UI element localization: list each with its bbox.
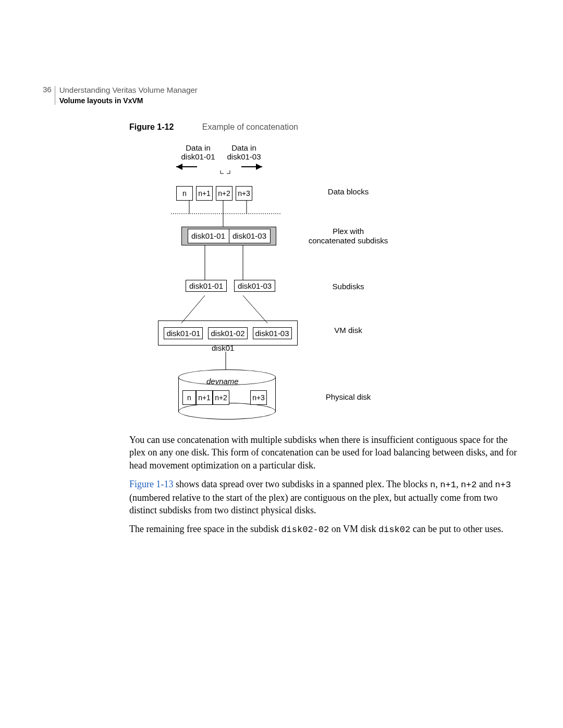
body-text: You can use concatenation with multiple … <box>129 434 525 542</box>
data-block: n+1 <box>196 186 213 201</box>
vmdisk-cell: disk01-02 <box>208 327 247 339</box>
code-run: n+2 <box>461 480 477 490</box>
svg-line-12 <box>243 295 267 323</box>
figure-label: Figure 1-12 <box>129 122 200 131</box>
paragraph-1: You can use concatenation with multiple … <box>129 434 525 472</box>
figure-title: Figure 1-12 Example of concatenation <box>129 122 298 132</box>
devname-label: devname <box>206 377 239 386</box>
text-run: can be put to other uses. <box>410 524 503 534</box>
vmdisk-name: disk01 <box>212 343 234 352</box>
svg-marker-1 <box>176 164 182 170</box>
code-run: disk02-02 <box>281 525 329 535</box>
phys-block: n+2 <box>213 390 229 405</box>
figure-caption: Example of concatenation <box>202 122 298 131</box>
plex-box: disk01-01 disk01-03 <box>181 227 276 245</box>
text-run: , <box>435 479 440 489</box>
code-run: n <box>430 480 435 490</box>
phys-block: n+1 <box>196 390 213 405</box>
subdisk-cell: disk01-01 <box>186 280 227 292</box>
section-title: Volume layouts in VxVM <box>59 95 198 106</box>
chapter-title: Understanding Veritas Volume Manager <box>59 85 198 95</box>
plex-cell: disk01-01 <box>188 229 229 243</box>
subdisks-label: Subdisks <box>301 282 395 291</box>
code-run: disk02 <box>378 525 410 535</box>
plex-label: Plex with concatenated subdisks <box>301 227 395 245</box>
text-run: on VM disk <box>329 524 378 534</box>
plex-cell: disk01-03 <box>229 229 271 243</box>
vmdisk-label: VM disk <box>301 326 395 335</box>
paragraph-3: The remaining free space in the subdisk … <box>129 523 525 536</box>
data-in-right-label: Data in disk01-03 <box>223 143 265 161</box>
diagram: Data in disk01-01 Data in disk01-03 n n+… <box>129 143 520 425</box>
data-block: n <box>176 186 193 201</box>
page-header: 36 Understanding Veritas Volume Manager … <box>43 85 198 106</box>
svg-marker-3 <box>256 164 262 170</box>
phys-block: n+3 <box>250 390 267 405</box>
cylinder-bottom <box>178 403 276 419</box>
data-blocks-label: Data blocks <box>301 187 395 196</box>
text-run: (numbered relative to the start of the p… <box>129 492 498 515</box>
page-number: 36 <box>43 85 55 94</box>
vmdisk-box: disk01-01 disk01-02 disk01-03 <box>158 320 298 346</box>
code-run: n+3 <box>495 480 511 490</box>
figure-link[interactable]: Figure 1-13 <box>129 479 174 489</box>
phys-block: n <box>182 390 196 405</box>
text-run: and <box>477 479 495 489</box>
code-run: n+1 <box>440 480 456 490</box>
svg-line-11 <box>181 295 205 323</box>
subdisk-cell: disk01-03 <box>234 280 275 292</box>
data-block: n+3 <box>236 186 252 201</box>
text-run: The remaining free space in the subdisk <box>129 524 281 534</box>
paragraph-2: Figure 1-13 shows data spread over two s… <box>129 478 525 517</box>
vmdisk-cell: disk01-03 <box>253 327 292 339</box>
text-run: shows data spread over two subdisks in a… <box>174 479 431 489</box>
page: 36 Understanding Veritas Volume Manager … <box>0 0 563 728</box>
data-in-left-label: Data in disk01-01 <box>177 143 219 161</box>
header-text: Understanding Veritas Volume Manager Vol… <box>55 85 198 106</box>
physical-disk-label: Physical disk <box>301 392 395 402</box>
data-blocks-row: n n+1 n+2 n+3 <box>176 186 252 201</box>
vmdisk-cell: disk01-01 <box>164 327 203 339</box>
subdisks-row: disk01-01 disk01-03 <box>186 280 275 292</box>
data-block: n+2 <box>216 186 232 201</box>
phys-blocks-row: n n+1 n+2 n+3 <box>182 390 267 405</box>
text-run: , <box>456 479 461 489</box>
